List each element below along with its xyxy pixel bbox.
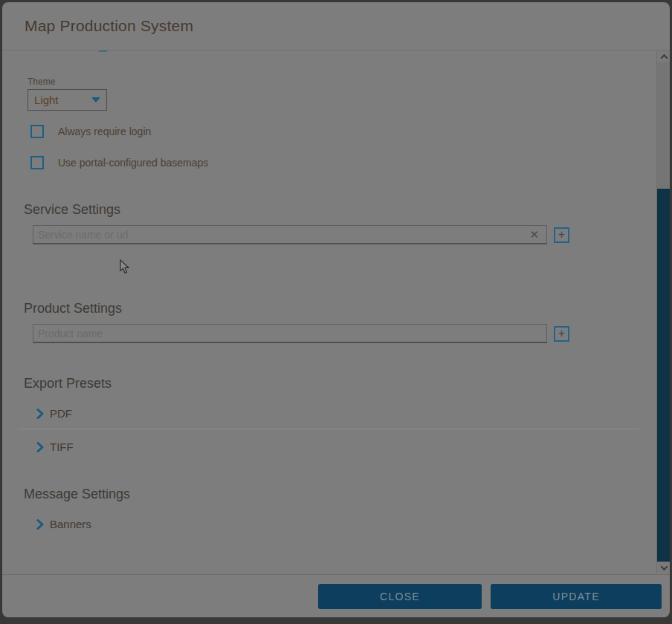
service-input-row: ✕ + bbox=[33, 225, 670, 244]
dialog-title: Map Production System bbox=[25, 17, 193, 35]
tree-item-label: TIFF bbox=[50, 441, 74, 453]
scrollbar-thumb[interactable] bbox=[657, 189, 670, 562]
add-product-button[interactable]: + bbox=[554, 326, 569, 342]
add-service-button[interactable]: + bbox=[554, 227, 569, 243]
theme-select-value: Light bbox=[34, 94, 91, 106]
scrollbar-track[interactable] bbox=[656, 51, 670, 573]
product-name-input[interactable] bbox=[38, 325, 542, 342]
plus-icon: + bbox=[558, 229, 565, 241]
product-settings-heading: Product Settings bbox=[24, 301, 670, 316]
tree-item-label: Banners bbox=[50, 518, 91, 530]
chevron-right-icon bbox=[36, 442, 44, 452]
export-presets-heading: Export Presets bbox=[24, 376, 670, 391]
dialog-scroll-area: Theme Light Always require login Use por… bbox=[2, 51, 670, 573]
close-button[interactable]: CLOSE bbox=[318, 584, 482, 609]
always-require-login-checkbox[interactable] bbox=[30, 125, 44, 138]
partially-scrolled-element bbox=[99, 51, 107, 52]
preset-divider bbox=[18, 429, 639, 429]
scroll-up-button[interactable] bbox=[657, 51, 670, 62]
checkbox-label: Use portal-configured basemaps bbox=[58, 157, 208, 169]
clear-icon[interactable]: ✕ bbox=[526, 229, 542, 240]
settings-dialog: Map Production System Theme Light Always… bbox=[2, 2, 670, 617]
service-input-wrapper: ✕ bbox=[33, 225, 547, 244]
chevron-up-icon bbox=[660, 53, 668, 61]
export-preset-pdf-expander[interactable]: PDF bbox=[36, 407, 670, 420]
chevron-down-icon bbox=[660, 563, 668, 571]
chevron-right-icon bbox=[36, 519, 44, 530]
theme-select[interactable]: Light bbox=[28, 89, 107, 111]
theme-label: Theme bbox=[28, 77, 670, 87]
portal-basemaps-checkbox[interactable] bbox=[30, 156, 44, 169]
always-require-login-row: Always require login bbox=[30, 125, 670, 138]
product-input-row: + bbox=[33, 324, 670, 343]
dialog-footer: CLOSE UPDATE bbox=[2, 574, 670, 617]
service-name-input[interactable] bbox=[38, 227, 526, 243]
chevron-right-icon bbox=[36, 409, 44, 419]
product-input-wrapper bbox=[33, 324, 547, 343]
update-button[interactable]: UPDATE bbox=[491, 584, 662, 609]
portal-basemaps-row: Use portal-configured basemaps bbox=[30, 156, 670, 169]
tree-item-label: PDF bbox=[50, 407, 72, 420]
chevron-down-icon bbox=[91, 97, 100, 103]
plus-icon: + bbox=[558, 328, 565, 339]
message-banners-expander[interactable]: Banners bbox=[36, 518, 670, 530]
checkbox-label: Always require login bbox=[58, 126, 151, 137]
scroll-down-button[interactable] bbox=[657, 562, 670, 573]
service-settings-heading: Service Settings bbox=[24, 202, 670, 218]
export-preset-tiff-expander[interactable]: TIFF bbox=[36, 441, 670, 453]
dialog-header: Map Production System bbox=[2, 2, 670, 51]
message-settings-heading: Message Settings bbox=[24, 487, 670, 502]
